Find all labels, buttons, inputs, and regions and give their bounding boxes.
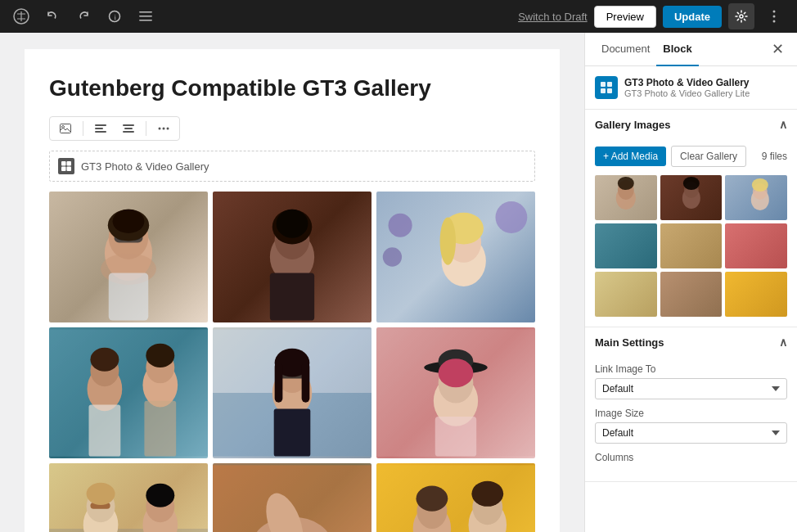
wp-logo-icon[interactable] xyxy=(10,5,33,28)
tab-block[interactable]: Block xyxy=(656,33,698,66)
gallery-item-2[interactable] xyxy=(213,192,371,322)
thumb-item-2[interactable] xyxy=(660,175,723,220)
thumb-item-6[interactable] xyxy=(725,223,787,268)
redo-icon[interactable] xyxy=(72,5,95,28)
gallery-item-4[interactable] xyxy=(49,327,208,458)
gallery-block-label: GT3 Photo & Video Gallery xyxy=(81,160,209,173)
columns-field: Columns xyxy=(595,452,787,463)
svg-rect-14 xyxy=(95,131,106,133)
svg-point-79 xyxy=(146,484,174,507)
top-bar-left: i xyxy=(10,5,511,28)
svg-point-8 xyxy=(773,16,776,18)
gallery-block-plugin-icon xyxy=(58,158,74,174)
gallery-item-1[interactable] xyxy=(49,192,208,322)
undo-icon[interactable] xyxy=(41,5,64,28)
main-settings-header[interactable]: Main Settings ∧ xyxy=(585,327,797,357)
columns-label: Columns xyxy=(595,452,787,463)
svg-rect-46 xyxy=(49,330,208,457)
thumb-item-9[interactable] xyxy=(725,272,787,317)
block-toolbar-more[interactable] xyxy=(151,124,176,133)
svg-rect-4 xyxy=(139,16,152,17)
settings-button[interactable] xyxy=(728,3,754,29)
gallery-item-5[interactable] xyxy=(213,327,371,458)
info-icon[interactable]: i xyxy=(103,5,126,28)
plugin-name: GT3 Photo & Video Gallery xyxy=(624,77,750,88)
svg-rect-98 xyxy=(607,82,612,87)
image-size-field: Image Size Default xyxy=(595,408,787,444)
link-image-select[interactable]: Default xyxy=(595,378,787,399)
gallery-images-header[interactable]: Gallery Images ∧ xyxy=(585,110,797,139)
thumb-item-5[interactable] xyxy=(660,223,723,268)
files-count: 9 files xyxy=(762,151,787,162)
thumb-item-8[interactable] xyxy=(660,272,723,317)
sidebar: Document Block ✕ GT3 Photo & Video Galle… xyxy=(584,33,797,532)
link-image-label: Link Image To xyxy=(595,363,787,375)
add-media-button[interactable]: + Add Media xyxy=(595,147,666,166)
svg-rect-24 xyxy=(67,167,72,172)
toolbar-divider-2 xyxy=(146,121,146,136)
svg-point-6 xyxy=(740,15,743,18)
svg-point-9 xyxy=(773,20,776,23)
gallery-item-6[interactable] xyxy=(376,327,535,458)
svg-rect-13 xyxy=(95,128,103,129)
thumb-item-4[interactable] xyxy=(595,223,657,268)
thumb-item-1[interactable] xyxy=(595,175,657,220)
svg-point-69 xyxy=(439,359,474,388)
plugin-icon xyxy=(595,76,618,99)
svg-rect-54 xyxy=(144,401,176,457)
editor-layout: Gutenberg Compatible GT3 Gallery xyxy=(0,33,797,532)
plugin-info: GT3 Photo & Video Gallery GT3 Photo & Vi… xyxy=(585,66,797,110)
gallery-item-7[interactable] xyxy=(49,463,208,532)
toolbar-divider xyxy=(83,121,83,136)
sidebar-close-button[interactable]: ✕ xyxy=(768,37,787,61)
update-button[interactable]: Update xyxy=(663,6,722,28)
block-toolbar-align-center[interactable] xyxy=(116,120,141,137)
thumb-item-7[interactable] xyxy=(595,272,657,317)
gallery-images-label: Gallery Images xyxy=(595,119,671,131)
svg-point-37 xyxy=(277,210,308,238)
more-options-button[interactable] xyxy=(761,3,787,29)
svg-point-109 xyxy=(752,178,768,192)
thumb-item-3[interactable] xyxy=(725,175,787,220)
top-bar-right: Switch to Draft Preview Update xyxy=(518,3,787,29)
svg-point-19 xyxy=(163,128,165,130)
svg-point-18 xyxy=(159,128,161,130)
svg-rect-50 xyxy=(89,405,121,457)
svg-point-75 xyxy=(87,483,115,505)
gallery-item-9[interactable] xyxy=(376,463,535,532)
tab-document[interactable]: Document xyxy=(595,33,656,66)
svg-point-49 xyxy=(90,348,119,372)
image-size-select[interactable]: Default xyxy=(595,422,787,444)
svg-rect-99 xyxy=(601,88,606,93)
gallery-item-8[interactable] xyxy=(213,463,371,532)
main-settings-content: Link Image To Default Image Size Default… xyxy=(585,357,797,481)
gallery-images-section: Gallery Images ∧ + Add Media Clear Galle… xyxy=(585,110,797,327)
svg-point-7 xyxy=(773,11,776,13)
chevron-up-icon-2: ∧ xyxy=(779,336,787,349)
image-size-label: Image Size xyxy=(595,408,787,419)
main-settings-label: Main Settings xyxy=(595,336,664,349)
switch-to-draft-button[interactable]: Switch to Draft xyxy=(518,11,588,23)
post-title[interactable]: Gutenberg Compatible GT3 Gallery xyxy=(49,74,535,103)
editor-canvas: Gutenberg Compatible GT3 Gallery xyxy=(25,49,560,532)
main-settings-section: Main Settings ∧ Link Image To Default Im… xyxy=(585,327,797,482)
gallery-item-3[interactable] xyxy=(376,192,535,322)
block-toolbar-image-btn[interactable] xyxy=(53,120,78,137)
block-toolbar xyxy=(49,116,180,141)
clear-gallery-button[interactable]: Clear Gallery xyxy=(671,146,746,167)
svg-rect-71 xyxy=(49,529,208,532)
preview-button[interactable]: Preview xyxy=(594,6,656,28)
svg-rect-21 xyxy=(61,161,66,166)
svg-rect-17 xyxy=(123,131,134,133)
svg-rect-16 xyxy=(124,128,133,129)
chevron-up-icon: ∧ xyxy=(779,118,787,131)
block-toolbar-align-left[interactable] xyxy=(88,120,113,137)
link-image-field: Link Image To Default xyxy=(595,363,787,399)
svg-rect-63 xyxy=(302,363,310,404)
svg-rect-97 xyxy=(601,82,606,87)
svg-rect-12 xyxy=(95,124,106,126)
svg-point-20 xyxy=(167,128,169,130)
svg-rect-33 xyxy=(109,273,149,321)
menu-icon[interactable] xyxy=(134,5,157,28)
svg-point-106 xyxy=(682,177,699,190)
